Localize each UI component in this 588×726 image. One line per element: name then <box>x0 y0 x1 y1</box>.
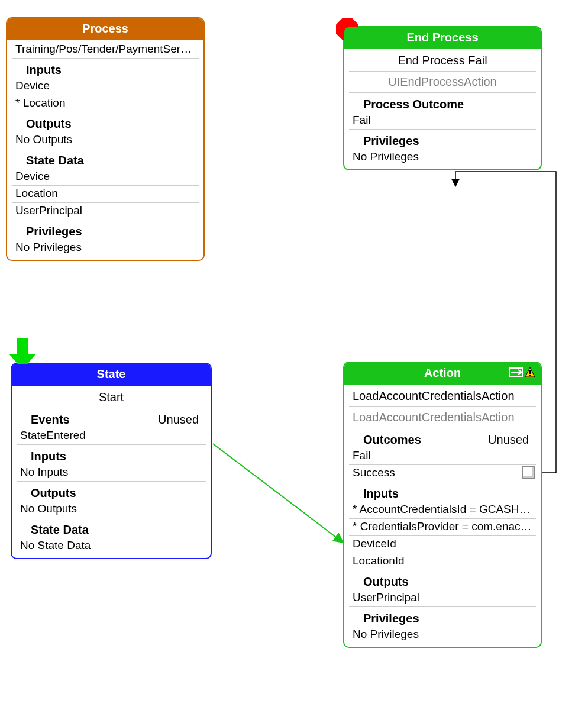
state-event-stateentered[interactable]: StateEntered <box>17 428 206 445</box>
end-process-outcome: Fail <box>349 112 536 130</box>
end-process-priv-header: Privileges <box>349 130 536 149</box>
process-privileges-header: Privileges <box>12 220 199 240</box>
checkbox-icon[interactable] <box>522 466 535 479</box>
state-title: State <box>12 364 211 386</box>
process-inputs-header: Inputs <box>12 59 199 78</box>
action-priv-header: Privileges <box>349 607 536 627</box>
svg-rect-2 <box>529 370 531 374</box>
state-inputs-none: No Inputs <box>17 464 206 482</box>
process-state-device: Device <box>12 169 199 186</box>
state-events-unused: Unused <box>158 413 202 427</box>
action-title: Action <box>344 363 541 385</box>
state-statedata-none: No State Data <box>17 538 206 554</box>
process-input-location: * Location <box>12 95 199 112</box>
warning-icon <box>524 366 536 378</box>
process-outputs-header: Outputs <box>12 112 199 132</box>
end-process-priv-none: No Privileges <box>349 149 536 166</box>
action-input-credentialsprovider: * CredentialsProvider = com.enac… <box>349 519 536 536</box>
state-name: Start <box>17 387 206 408</box>
end-process-name: End Process Fail <box>349 50 536 72</box>
end-process-class: UIEndProcessAction <box>349 72 536 93</box>
process-path: Training/Pos/Tender/PaymentServ… <box>12 41 199 59</box>
process-title: Process <box>7 18 203 40</box>
action-outcome-fail[interactable]: Fail <box>349 448 536 465</box>
action-node[interactable]: Action LoadAccountCredentialsAction Load… <box>343 362 542 648</box>
svg-rect-3 <box>529 375 531 376</box>
state-outputs-header: Outputs <box>17 482 206 501</box>
end-process-title: End Process <box>344 27 541 49</box>
action-input-deviceid: DeviceId <box>349 536 536 553</box>
process-statedata-header: State Data <box>12 149 199 169</box>
state-node[interactable]: State Start Events Unused StateEntered I… <box>11 363 212 559</box>
action-input-accountcredentialsid: * AccountCredentialsId = GCASH… <box>349 502 536 519</box>
action-name: LoadAccountCredentialsAction <box>349 386 536 407</box>
action-outcomes-header: Outcomes Unused <box>349 428 536 448</box>
end-process-node[interactable]: End Process End Process Fail UIEndProces… <box>343 26 542 170</box>
action-output-userprincipal: UserPrincipal <box>349 590 536 607</box>
state-events-header: Events Unused <box>17 408 206 428</box>
process-input-device: Device <box>12 78 199 95</box>
action-input-locationid: LocationId <box>349 553 536 570</box>
process-state-userprincipal: UserPrincipal <box>12 203 199 220</box>
action-class: LoadAccountCredentialsAction <box>349 407 536 428</box>
svg-line-0 <box>213 444 343 543</box>
state-outputs-none: No Outputs <box>17 501 206 518</box>
action-inputs-header: Inputs <box>349 482 536 502</box>
link-icon <box>509 366 523 378</box>
state-statedata-header: State Data <box>17 518 206 538</box>
action-outcomes-unused: Unused <box>488 433 532 447</box>
end-process-outcome-header: Process Outcome <box>349 93 536 112</box>
process-node[interactable]: Process Training/Pos/Tender/PaymentServ…… <box>6 17 205 261</box>
action-outcome-success[interactable]: Success <box>349 465 536 482</box>
process-privileges-none: No Privileges <box>12 240 199 256</box>
process-outputs-none: No Outputs <box>12 132 199 149</box>
action-outputs-header: Outputs <box>349 570 536 590</box>
state-inputs-header: Inputs <box>17 445 206 464</box>
diagram-canvas[interactable]: Process Training/Pos/Tender/PaymentServ…… <box>0 0 588 726</box>
process-state-location: Location <box>12 186 199 203</box>
action-priv-none: No Privileges <box>349 627 536 643</box>
